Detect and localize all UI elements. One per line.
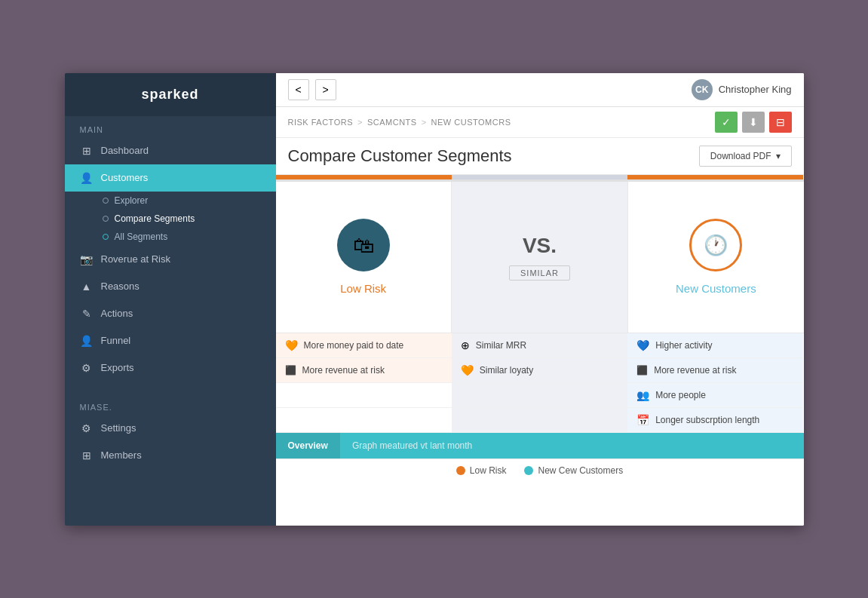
download-pdf-button[interactable]: Download PDF ▾ xyxy=(699,146,792,167)
sidebar-item-reasons[interactable]: ▲ Reasons xyxy=(65,273,276,300)
tab-graph[interactable]: Graph meatured vt lant month xyxy=(340,433,484,458)
attr-right-2: ⬛ More revenue at risk xyxy=(627,358,803,383)
attr-text-center-2: Similar loyaty xyxy=(480,365,533,376)
people-icon: 👥 xyxy=(636,389,649,401)
segment-right: 🕐 New Customers xyxy=(627,182,803,333)
low-risk-label: Low Risk xyxy=(340,282,386,295)
sidebar-item-revenue-at-risk[interactable]: 📷 Roverue at Risk xyxy=(65,246,276,273)
segments-row: 🛍 Low Risk VS. SIMILAR 🕐 New Customers xyxy=(276,182,804,333)
sidebar-item-explorer[interactable]: Explorer xyxy=(95,192,276,210)
center-col-bar xyxy=(452,175,627,179)
clock-icon: 🕐 xyxy=(704,234,728,257)
similar-badge: SIMILAR xyxy=(509,265,570,281)
sidebar-item-label: Actions xyxy=(101,308,133,319)
new-customers-label: New Customers xyxy=(676,282,756,295)
right-col-bar xyxy=(627,175,803,179)
sub-dot-explorer xyxy=(103,198,109,204)
attr-right-4: 📅 Longer subscrption length xyxy=(627,408,803,433)
app-wrapper: sparked Main ⊞ Dashboard 👤 Customers Exp… xyxy=(65,73,804,526)
legend-label-low-risk: Low Risk xyxy=(470,465,507,476)
exports-icon: ⚙ xyxy=(80,361,94,375)
bottom-tabs: Overview Graph meatured vt lant month xyxy=(276,433,804,458)
sidebar-item-label: Dashboard xyxy=(101,145,149,156)
attr-center-1: ⊕ Similar MRR xyxy=(452,333,627,358)
nav-forward-button[interactable]: > xyxy=(315,79,336,100)
sidebar-item-exports[interactable]: ⚙ Exports xyxy=(65,354,276,382)
sidebar-item-label: Reasons xyxy=(101,281,140,292)
legend-new-customers: New Cew Customers xyxy=(524,465,623,476)
attributes-table: 🧡 More money paid to date ⊕ Similar MRR … xyxy=(276,333,804,433)
attr-right-3: 👥 More people xyxy=(627,383,803,408)
user-name: Christopher King xyxy=(719,84,792,95)
topbar-nav: < > xyxy=(288,79,336,100)
left-col-bar xyxy=(276,175,452,179)
attr-text-left-1: More money paid to date xyxy=(304,340,404,351)
attr-left-3 xyxy=(276,383,452,408)
camera-icon: 📷 xyxy=(80,253,94,266)
sidebar-item-label: Settings xyxy=(101,422,136,434)
misc-section-label: Miase. xyxy=(65,394,276,415)
sidebar-item-actions[interactable]: ✎ Actions xyxy=(65,300,276,327)
funnel-icon: 👤 xyxy=(80,334,94,348)
new-customers-icon: 🕐 xyxy=(689,219,742,271)
attr-left-4 xyxy=(276,408,452,433)
legend-row: Low Risk New Cew Customers xyxy=(276,458,804,482)
sidebar-item-dashboard[interactable]: ⊞ Dashboard xyxy=(65,137,276,164)
toolbar-icons: ✓ ⬇ ⊟ xyxy=(715,112,792,133)
page-header: Compare Customer Segments Download PDF ▾ xyxy=(276,138,804,175)
sidebar-item-customers[interactable]: 👤 Customers xyxy=(65,164,276,192)
sidebar-sub-menu: Explorer Compare Segments All Segments xyxy=(65,192,276,246)
calendar-icon: 📅 xyxy=(636,414,649,426)
sub-item-label: Compare Segments xyxy=(115,213,195,224)
sidebar-item-compare-segments[interactable]: Compare Segments xyxy=(95,210,276,228)
breadcrumb-sep-1: > xyxy=(357,118,363,127)
legend-low-risk: Low Risk xyxy=(456,465,507,476)
warning-icon: ▲ xyxy=(80,280,94,293)
download-icon-button[interactable]: ⬇ xyxy=(742,112,765,133)
attr-text-right-4: Longer subscrption length xyxy=(655,415,759,425)
attr-text-center-1: Similar MRR xyxy=(476,340,526,351)
sidebar-item-settings[interactable]: ⚙ Settings xyxy=(65,415,276,442)
attr-center-2: 🧡 Similar loyaty xyxy=(452,358,627,383)
settings-icon: ⚙ xyxy=(80,422,94,435)
sub-dot-compare xyxy=(103,216,109,222)
legend-dot-low-risk xyxy=(456,466,465,475)
nav-back-button[interactable]: < xyxy=(288,79,309,100)
misc-section: Miase. ⚙ Settings ⊞ Members xyxy=(65,394,276,469)
column-headers xyxy=(276,175,804,182)
bag-icon: 🛍 xyxy=(353,233,374,258)
sidebar-item-label: Roverue at Risk xyxy=(101,253,170,265)
page-title: Compare Customer Segments xyxy=(288,146,512,166)
heart-orange-icon: 🧡 xyxy=(285,339,298,351)
attr-center-3 xyxy=(452,383,627,408)
sidebar: sparked Main ⊞ Dashboard 👤 Customers Exp… xyxy=(65,73,276,526)
main-content: < > CK Christopher King RISK FACTORS > S… xyxy=(276,73,804,526)
chevron-down-icon: ▾ xyxy=(776,151,781,161)
avatar: CK xyxy=(692,79,713,100)
breadcrumb-sep-2: > xyxy=(422,118,427,127)
legend-dot-new-customers xyxy=(524,466,533,475)
sidebar-item-label: Members xyxy=(101,449,142,461)
attr-left-1: 🧡 More money paid to date xyxy=(276,333,452,358)
similar-mrr-icon: ⊕ xyxy=(461,339,470,351)
sidebar-item-label: Exports xyxy=(101,362,134,373)
attr-right-1: 💙 Higher activity xyxy=(627,333,803,358)
attr-center-4 xyxy=(452,408,627,433)
sub-item-label: Explorer xyxy=(115,195,149,206)
sidebar-item-funnel[interactable]: 👤 Funnel xyxy=(65,327,276,354)
topbar-user: CK Christopher King xyxy=(692,79,792,100)
download-pdf-label: Download PDF xyxy=(710,151,771,161)
sub-item-label: All Segments xyxy=(115,232,168,242)
tab-overview[interactable]: Overview xyxy=(276,433,340,458)
attr-text-right-2: More revenue at risk xyxy=(654,365,736,376)
segment-left: 🛍 Low Risk xyxy=(276,182,452,333)
attr-left-2: ⬛ More revenue at risk xyxy=(276,358,452,383)
revenue-risk-right-icon: ⬛ xyxy=(636,365,648,376)
sidebar-item-all-segments[interactable]: All Segments xyxy=(95,228,276,246)
pencil-icon: ✎ xyxy=(80,307,94,320)
edit-button[interactable]: ✓ xyxy=(715,112,738,133)
sub-dot-all xyxy=(103,234,109,240)
sidebar-item-members[interactable]: ⊞ Members xyxy=(65,442,276,469)
revenue-risk-left-icon: ⬛ xyxy=(285,365,296,376)
split-button[interactable]: ⊟ xyxy=(769,112,792,133)
